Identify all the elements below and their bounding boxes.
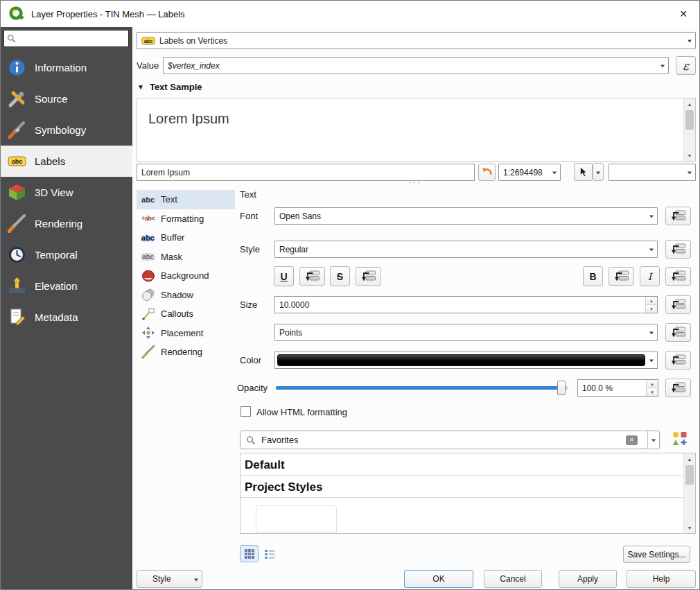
bold-override-button[interactable] — [609, 267, 634, 286]
italic-button[interactable]: I — [640, 266, 660, 286]
color-override-button[interactable] — [665, 351, 691, 370]
opacity-slider[interactable] — [274, 379, 570, 397]
svg-text:abc: abc — [12, 158, 23, 165]
sidebar-item-label: Symbology — [35, 124, 86, 136]
sidebar-item-labels[interactable]: abc Labels — [1, 146, 132, 177]
size-spinbox[interactable]: 10.0000 ▲▼ — [274, 296, 658, 313]
strikethrough-button[interactable]: S — [330, 266, 350, 286]
source-icon — [8, 89, 26, 108]
underline-button[interactable]: U — [274, 266, 294, 286]
tab-rendering[interactable]: Rendering — [137, 342, 235, 362]
size-override-button[interactable] — [665, 295, 691, 314]
preview-background-combo[interactable] — [609, 164, 696, 181]
units-override-button[interactable] — [665, 323, 691, 342]
scroll-up-icon[interactable]: ▲ — [684, 453, 695, 465]
label-settings-tabs: abc Text +ab< Formatting abc Buffer abc … — [137, 190, 235, 362]
font-override-button[interactable] — [665, 207, 691, 225]
sample-text-input[interactable] — [137, 164, 475, 181]
sidebar-search-input[interactable] — [19, 34, 128, 44]
sidebar-item-label: Temporal — [35, 249, 78, 261]
scroll-thumb[interactable] — [685, 110, 694, 130]
scroll-thumb[interactable] — [685, 465, 694, 485]
bold-button[interactable]: B — [583, 266, 603, 286]
scroll-down-icon[interactable]: ▼ — [684, 522, 695, 533]
size-units-combo[interactable]: Points — [274, 324, 658, 341]
tab-callouts[interactable]: Callouts — [137, 304, 235, 324]
tab-placement[interactable]: Placement — [137, 324, 235, 343]
chevron-down-icon[interactable] — [647, 431, 659, 449]
close-button[interactable]: ✕ — [667, 1, 699, 27]
spin-down-icon[interactable]: ▼ — [646, 304, 657, 313]
italic-override-button[interactable] — [665, 267, 691, 286]
style-filter-box[interactable]: Favorites × — [240, 431, 660, 449]
tab-mask[interactable]: abc Mask — [137, 248, 235, 267]
collapse-triangle-icon: ▼ — [137, 83, 144, 91]
font-combo[interactable]: Open Sans — [274, 207, 658, 225]
scale-combo[interactable]: 1:2694498 — [498, 164, 561, 181]
value-expression-combo[interactable]: $vertex_index — [163, 57, 669, 74]
sidebar-item-3d-view[interactable]: 3D View — [1, 177, 132, 208]
ok-button[interactable]: OK — [404, 570, 473, 588]
close-icon: ✕ — [679, 8, 688, 19]
help-button[interactable]: Help — [627, 570, 696, 588]
style-manager-button[interactable] — [669, 431, 691, 449]
sidebar-search[interactable] — [3, 30, 129, 47]
icon-view-button[interactable] — [240, 545, 259, 562]
clear-icon[interactable]: × — [626, 435, 638, 445]
spin-up-icon[interactable]: ▲ — [647, 380, 658, 388]
sidebar-item-information[interactable]: Information — [1, 52, 132, 83]
sidebar-item-label: Elevation — [35, 280, 78, 292]
sidebar-item-temporal[interactable]: Temporal — [1, 239, 132, 270]
apply-button[interactable]: Apply — [559, 570, 617, 588]
tab-buffer[interactable]: abc Buffer — [137, 228, 235, 248]
chevron-down-icon — [593, 164, 604, 180]
style-menu-button[interactable]: Style — [137, 570, 202, 588]
expression-builder-button[interactable]: ε — [676, 56, 696, 75]
scroll-down-icon[interactable]: ▼ — [684, 150, 695, 161]
map-canvas-scale-button[interactable] — [574, 163, 593, 181]
label-mode-combo[interactable]: abc Labels on Vertices — [137, 32, 696, 49]
divider — [240, 497, 683, 498]
sidebar-item-metadata[interactable]: Metadata — [1, 302, 132, 333]
splitter-handle[interactable]: ··· — [408, 180, 421, 185]
spin-down-icon[interactable]: ▼ — [647, 388, 658, 396]
strikethrough-override-button[interactable] — [356, 267, 381, 286]
slider-handle[interactable] — [557, 381, 566, 395]
reset-sample-button[interactable] — [478, 164, 496, 181]
styles-scrollbar[interactable]: ▲ ▼ — [683, 453, 695, 533]
style-thumbnail[interactable] — [256, 505, 337, 533]
spin-up-icon[interactable]: ▲ — [646, 297, 657, 304]
cancel-button[interactable]: Cancel — [484, 570, 542, 588]
chevron-down-icon — [190, 571, 202, 587]
sidebar-item-rendering[interactable]: Rendering — [1, 208, 132, 239]
text-sample-section-header[interactable]: ▼ Text Sample — [137, 82, 202, 92]
sidebar-item-label: Source — [35, 93, 68, 105]
save-settings-button[interactable]: Save Settings... — [623, 546, 690, 563]
tab-shadow[interactable]: Shadow — [137, 286, 235, 305]
allow-html-checkbox[interactable] — [240, 406, 251, 417]
chevron-down-icon — [683, 33, 695, 49]
grid-icon — [244, 548, 255, 559]
sidebar-item-source[interactable]: Source — [1, 83, 132, 114]
sidebar-item-symbology[interactable]: Symbology — [1, 114, 132, 146]
list-view-button[interactable] — [260, 545, 279, 562]
data-defined-override-icon — [670, 382, 686, 394]
underline-override-button[interactable] — [299, 267, 325, 286]
tab-text[interactable]: abc Text — [137, 190, 235, 209]
sidebar-item-elevation[interactable]: Elevation — [1, 270, 132, 302]
opacity-override-button[interactable] — [665, 379, 691, 397]
style-combo[interactable]: Regular — [274, 241, 658, 258]
scroll-up-icon[interactable]: ▲ — [684, 98, 695, 110]
qgis-logo-icon — [9, 6, 24, 21]
color-label: Color — [240, 355, 261, 365]
tab-formatting[interactable]: +ab< Formatting — [137, 209, 235, 229]
style-value: Regular — [279, 245, 308, 254]
opacity-value: 100.0 % — [582, 383, 613, 393]
preview-scrollbar[interactable]: ▲ ▼ — [683, 98, 695, 161]
color-button[interactable] — [274, 352, 658, 369]
tab-background[interactable]: Background — [137, 266, 235, 286]
svg-text:abc: abc — [144, 38, 152, 43]
scale-tool-dropdown-button[interactable] — [593, 163, 604, 181]
opacity-spinbox[interactable]: 100.0 % ▲▼ — [577, 379, 658, 397]
style-override-button[interactable] — [665, 240, 691, 259]
